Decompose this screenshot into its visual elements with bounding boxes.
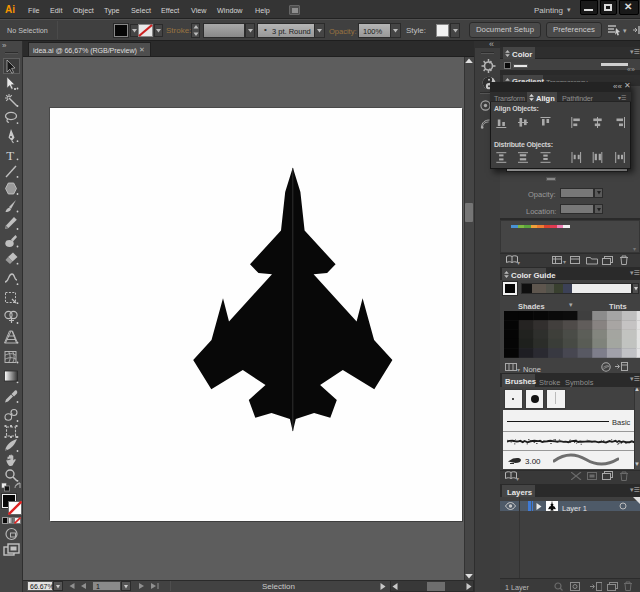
svg-text:T: T [6, 148, 14, 163]
